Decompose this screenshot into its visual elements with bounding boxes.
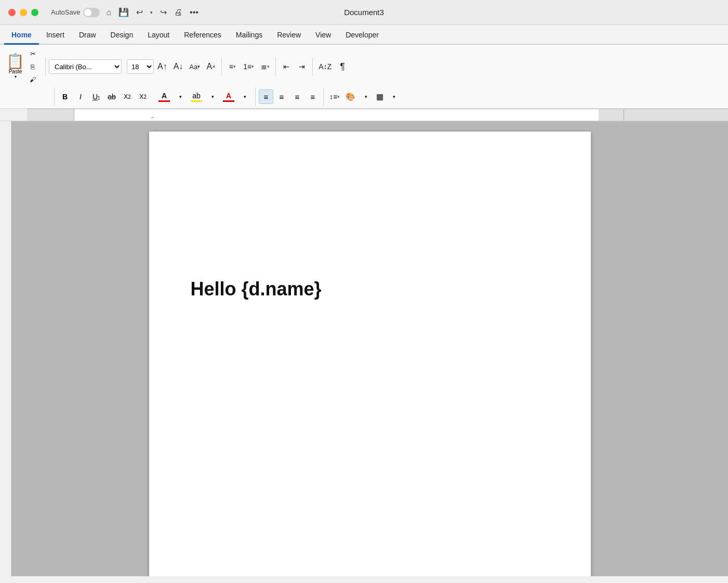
format-painter-button[interactable]: 🖌	[25, 74, 40, 85]
close-button[interactable]	[8, 9, 16, 16]
autosave-toggle[interactable]	[83, 8, 100, 17]
ruler-tab-stop: ⌐	[152, 114, 154, 120]
autosave-area: AutoSave	[51, 8, 100, 17]
font-name-select[interactable]: Calibri (Bo...	[49, 59, 122, 74]
text-color-bar	[223, 100, 234, 102]
paste-icon: 📋	[6, 54, 24, 69]
font-grow-button[interactable]: A↑	[155, 59, 170, 74]
titlebar-icons: ⌂ 💾 ↩ ▾ ↪ 🖨 •••	[106, 7, 198, 17]
document-content[interactable]: Hello {d.name}	[191, 277, 549, 302]
document-title: Document3	[344, 8, 384, 17]
toggle-knob	[84, 9, 91, 16]
font-size-select[interactable]: 18	[127, 59, 154, 74]
toolbar: 📋 Paste ▾ ✂ ⎘ 🖌 Calibri (Bo... 18 A↑ A↓ …	[0, 45, 728, 109]
numbering-button[interactable]: 1≡ ▾	[241, 59, 257, 74]
paste-caret-icon: ▾	[15, 74, 17, 79]
minimize-button[interactable]	[20, 9, 27, 16]
bullets-button[interactable]: ≡ ▾	[225, 59, 240, 74]
tab-mailings[interactable]: Mailings	[229, 28, 270, 45]
change-case-button[interactable]: Aa ▾	[187, 59, 203, 74]
tab-references[interactable]: References	[177, 28, 229, 45]
align-left-button[interactable]: ≡	[259, 89, 273, 104]
show-formatting-button[interactable]: ¶	[335, 59, 350, 74]
more-icon[interactable]: •••	[190, 8, 198, 17]
paste-label: Paste	[9, 69, 22, 74]
tab-layout[interactable]: Layout	[140, 28, 177, 45]
vertical-ruler	[0, 121, 11, 576]
print-icon[interactable]: 🖨	[174, 8, 182, 17]
bold-button[interactable]: B	[58, 89, 72, 104]
shading-dropdown[interactable]: ▾	[359, 89, 373, 104]
highlight-indicator	[191, 100, 202, 102]
undo-icon[interactable]: ↩	[136, 7, 143, 17]
ruler-track: ⌐	[27, 109, 728, 121]
ruler-left-margin	[74, 109, 74, 121]
redo-icon[interactable]: ↪	[160, 7, 167, 17]
home-icon[interactable]: ⌂	[106, 8, 111, 17]
tab-design[interactable]: Design	[103, 28, 141, 45]
highlight-dropdown[interactable]: ▾	[205, 89, 220, 104]
ribbon-tabs: Home Insert Draw Design Layout Reference…	[0, 25, 728, 45]
strikethrough-button[interactable]: ab	[104, 89, 119, 104]
justify-button[interactable]: ≡	[306, 89, 320, 104]
maximize-button[interactable]	[31, 9, 38, 16]
separator-2	[221, 57, 222, 76]
copy-button[interactable]: ⎘	[25, 61, 40, 72]
superscript-button[interactable]: X2	[136, 89, 150, 104]
tab-view[interactable]: View	[308, 28, 338, 45]
subscript-button[interactable]: X2	[120, 89, 135, 104]
undo-dropdown-icon[interactable]: ▾	[150, 10, 153, 15]
font-color-button[interactable]: A	[156, 90, 172, 103]
borders-button[interactable]: ▦	[374, 90, 386, 103]
document-page: Hello {d.name}	[149, 132, 591, 576]
shading-button[interactable]: 🎨	[343, 90, 358, 103]
autosave-label: AutoSave	[51, 8, 80, 16]
separator-r2-2	[255, 87, 256, 106]
clipboard-group: 📋 Paste ▾ ✂ ⎘ 🖌	[4, 47, 42, 86]
font-color-indicator	[158, 100, 170, 102]
ruler-right-margin	[624, 109, 624, 121]
tab-review[interactable]: Review	[270, 28, 308, 45]
separator-4	[312, 57, 313, 76]
tab-developer[interactable]: Developer	[338, 28, 386, 45]
line-spacing-button[interactable]: ↕≡ ▾	[327, 89, 342, 105]
ruler: ⌐	[0, 109, 728, 121]
tab-home[interactable]: Home	[4, 28, 39, 45]
underline-button[interactable]: U ▾	[89, 89, 103, 104]
separator-r2-3	[323, 87, 324, 106]
separator-r2-1	[54, 87, 55, 106]
document-canvas: Hello {d.name}	[11, 121, 728, 576]
increase-indent-button[interactable]: ⇥	[295, 59, 309, 74]
align-right-button[interactable]: ≡	[290, 89, 305, 104]
separator-1	[45, 57, 46, 76]
italic-button[interactable]: I	[73, 89, 88, 104]
highlight-button[interactable]: ab	[189, 90, 204, 103]
cut-button[interactable]: ✂	[25, 48, 40, 59]
multilevel-list-button[interactable]: ≣ ▾	[258, 59, 272, 74]
toolbar-row-1: 📋 Paste ▾ ✂ ⎘ 🖌 Calibri (Bo... 18 A↑ A↓ …	[4, 47, 724, 86]
font-color-dropdown[interactable]: ▾	[173, 89, 188, 104]
titlebar: AutoSave ⌂ 💾 ↩ ▾ ↪ 🖨 ••• Document3	[0, 0, 728, 25]
tab-insert[interactable]: Insert	[39, 28, 72, 45]
align-center-button[interactable]: ≡	[274, 89, 289, 104]
font-shrink-button[interactable]: A↓	[171, 59, 186, 74]
paste-button[interactable]: 📋 Paste ▾	[6, 54, 24, 79]
clipboard-actions: ✂ ⎘ 🖌	[25, 48, 40, 85]
save-icon[interactable]: 💾	[118, 7, 129, 17]
tab-draw[interactable]: Draw	[72, 28, 103, 45]
borders-dropdown[interactable]: ▾	[387, 89, 401, 104]
main-area: Hello {d.name}	[0, 121, 728, 576]
text-color-dropdown[interactable]: ▾	[237, 89, 252, 104]
text-color-button[interactable]: A	[221, 90, 236, 103]
clear-formatting-button[interactable]: A✕	[204, 59, 218, 74]
decrease-indent-button[interactable]: ⇤	[279, 59, 294, 74]
sort-button[interactable]: A↕Z	[316, 59, 334, 74]
window-controls	[8, 9, 38, 16]
toolbar-row-2: B I U ▾ ab X2 X2 A ▾ ab ▾ A ▾ ≡ ≡ ≡ ≡	[4, 87, 724, 106]
separator-3	[275, 57, 276, 76]
